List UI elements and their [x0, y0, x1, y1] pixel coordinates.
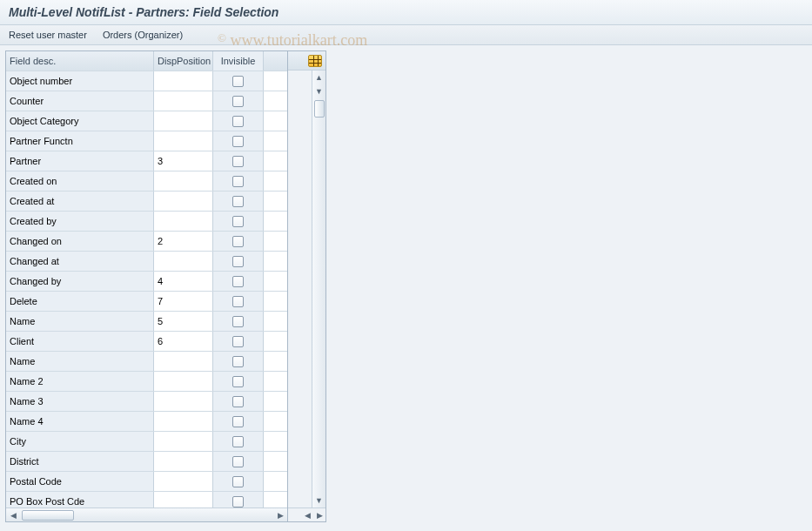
invisible-checkbox[interactable]	[232, 396, 244, 407]
disp-position-input[interactable]	[158, 356, 209, 366]
field-desc-cell[interactable]: Created at	[6, 192, 154, 211]
field-desc-cell[interactable]: Client	[6, 332, 154, 351]
col-header-invisible[interactable]: Invisible	[213, 51, 264, 71]
disp-position-input[interactable]	[158, 156, 209, 166]
hscroll-thumb[interactable]	[22, 510, 74, 521]
disp-position-cell[interactable]	[154, 252, 213, 271]
disp-position-input[interactable]	[158, 456, 209, 467]
field-desc-cell[interactable]: Changed on	[6, 232, 154, 251]
disp-position-cell[interactable]	[154, 412, 213, 431]
disp-position-cell[interactable]	[154, 372, 213, 391]
disp-position-cell[interactable]	[154, 212, 213, 231]
field-desc-cell[interactable]: Name	[6, 312, 154, 331]
side-scroll-right-icon[interactable]: ▶	[313, 509, 325, 521]
invisible-checkbox[interactable]	[232, 316, 244, 327]
disp-position-input[interactable]	[158, 96, 209, 106]
field-desc-cell[interactable]: City	[6, 432, 154, 451]
invisible-checkbox[interactable]	[232, 456, 244, 467]
field-desc-cell[interactable]: Changed at	[6, 252, 154, 271]
disp-position-input[interactable]	[158, 376, 209, 386]
disp-position-cell[interactable]	[154, 151, 213, 171]
invisible-checkbox[interactable]	[232, 96, 244, 107]
disp-position-cell[interactable]	[154, 91, 213, 111]
disp-position-cell[interactable]	[154, 272, 213, 291]
scroll-right-icon[interactable]: ▶	[273, 509, 287, 521]
field-desc-cell[interactable]: Counter	[6, 91, 154, 111]
disp-position-cell[interactable]	[154, 71, 213, 91]
field-desc-cell[interactable]: Postal Code	[6, 472, 154, 491]
invisible-checkbox[interactable]	[232, 416, 244, 427]
scroll-left-icon[interactable]: ◀	[6, 509, 20, 521]
invisible-checkbox[interactable]	[232, 476, 244, 487]
scroll-down-bottom-icon[interactable]: ▼	[313, 494, 325, 507]
disp-position-input[interactable]	[158, 256, 209, 266]
disp-position-input[interactable]	[158, 296, 209, 306]
col-header-position[interactable]: DispPosition	[154, 51, 213, 71]
disp-position-cell[interactable]	[154, 192, 213, 211]
disp-position-input[interactable]	[158, 216, 209, 226]
invisible-checkbox[interactable]	[232, 376, 244, 387]
disp-position-input[interactable]	[158, 396, 209, 407]
disp-position-input[interactable]	[158, 116, 209, 126]
field-desc-cell[interactable]: Name 3	[6, 392, 154, 411]
field-desc-cell[interactable]: Partner	[6, 151, 154, 171]
table-settings-icon[interactable]	[308, 55, 322, 67]
invisible-checkbox[interactable]	[232, 136, 244, 147]
disp-position-cell[interactable]	[154, 131, 213, 151]
col-header-field[interactable]: Field desc.	[6, 51, 154, 71]
invisible-checkbox[interactable]	[232, 276, 244, 287]
reset-user-master-button[interactable]: Reset user master	[9, 30, 87, 40]
disp-position-input[interactable]	[158, 76, 209, 86]
scroll-down-icon[interactable]: ▼	[313, 84, 325, 98]
orders-organizer-button[interactable]: Orders (Organizer)	[103, 30, 183, 40]
disp-position-input[interactable]	[158, 496, 209, 507]
disp-position-cell[interactable]	[154, 352, 213, 371]
disp-position-cell[interactable]	[154, 392, 213, 411]
vscroll-track[interactable]	[314, 98, 325, 494]
field-desc-cell[interactable]: Delete	[6, 292, 154, 311]
vertical-scrollbar[interactable]: ▲ ▼ ▼	[312, 71, 325, 507]
invisible-checkbox[interactable]	[232, 216, 244, 227]
disp-position-input[interactable]	[158, 236, 209, 246]
field-desc-cell[interactable]: PO Box Post Cde	[6, 492, 154, 507]
field-desc-cell[interactable]: District	[6, 452, 154, 471]
invisible-checkbox[interactable]	[232, 176, 244, 187]
disp-position-input[interactable]	[158, 336, 209, 346]
invisible-checkbox[interactable]	[232, 296, 244, 307]
disp-position-cell[interactable]	[154, 171, 213, 191]
disp-position-input[interactable]	[158, 276, 209, 286]
disp-position-cell[interactable]	[154, 111, 213, 131]
disp-position-cell[interactable]	[154, 312, 213, 331]
field-desc-cell[interactable]: Partner Functn	[6, 131, 154, 151]
disp-position-input[interactable]	[158, 476, 209, 487]
disp-position-input[interactable]	[158, 416, 209, 427]
disp-position-input[interactable]	[158, 136, 209, 146]
disp-position-cell[interactable]	[154, 432, 213, 451]
invisible-checkbox[interactable]	[232, 496, 244, 507]
invisible-checkbox[interactable]	[232, 156, 244, 167]
disp-position-cell[interactable]	[154, 232, 213, 251]
disp-position-input[interactable]	[158, 176, 209, 186]
disp-position-input[interactable]	[158, 436, 209, 447]
disp-position-cell[interactable]	[154, 472, 213, 491]
field-desc-cell[interactable]: Name	[6, 352, 154, 371]
invisible-checkbox[interactable]	[232, 76, 244, 87]
disp-position-cell[interactable]	[154, 332, 213, 351]
field-desc-cell[interactable]: Object number	[6, 71, 154, 91]
disp-position-input[interactable]	[158, 196, 209, 206]
field-desc-cell[interactable]: Name 4	[6, 412, 154, 431]
side-scroll-left-icon[interactable]: ◀	[301, 509, 313, 521]
disp-position-cell[interactable]	[154, 492, 213, 507]
disp-position-input[interactable]	[158, 316, 209, 326]
field-desc-cell[interactable]: Changed by	[6, 272, 154, 291]
invisible-checkbox[interactable]	[232, 336, 244, 347]
invisible-checkbox[interactable]	[232, 196, 244, 207]
hscroll-track[interactable]	[20, 510, 273, 521]
disp-position-cell[interactable]	[154, 292, 213, 311]
disp-position-cell[interactable]	[154, 452, 213, 471]
invisible-checkbox[interactable]	[232, 236, 244, 247]
horizontal-scrollbar[interactable]: ◀ ▶	[6, 507, 287, 521]
invisible-checkbox[interactable]	[232, 256, 244, 267]
invisible-checkbox[interactable]	[232, 436, 244, 447]
scroll-up-icon[interactable]: ▲	[313, 71, 325, 84]
